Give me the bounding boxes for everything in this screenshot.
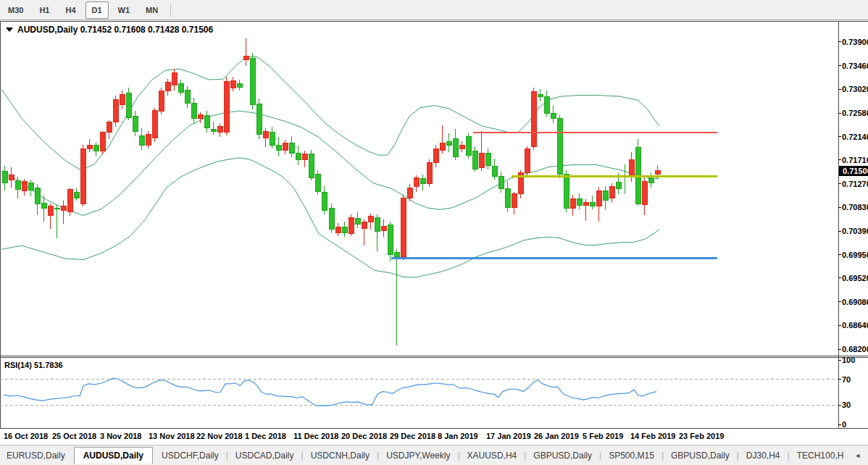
bear-candle[interactable] <box>93 145 99 151</box>
bear-candle[interactable] <box>551 113 556 118</box>
bull-candle[interactable] <box>152 110 157 138</box>
bull-candle[interactable] <box>381 226 386 230</box>
bear-candle[interactable] <box>498 176 504 188</box>
timeframe-button-mn[interactable]: MN <box>139 1 164 19</box>
bear-candle[interactable] <box>648 179 654 183</box>
chart-tab-usdjpy-weekly[interactable]: USDJPY,Weekly <box>380 448 456 464</box>
bull-candle[interactable] <box>531 91 536 146</box>
bear-candle[interactable] <box>355 219 360 224</box>
bull-candle[interactable] <box>440 143 445 151</box>
bear-candle[interactable] <box>342 227 347 232</box>
bear-candle[interactable] <box>139 135 144 145</box>
bull-candle[interactable] <box>230 81 235 88</box>
bear-candle[interactable] <box>388 225 393 254</box>
bull-candle[interactable] <box>120 95 125 104</box>
bull-candle[interactable] <box>165 83 170 91</box>
bull-candle[interactable] <box>302 154 307 160</box>
bull-candle[interactable] <box>100 133 105 151</box>
bear-candle[interactable] <box>492 166 497 176</box>
bear-candle[interactable] <box>256 104 262 134</box>
chart-tab-eurusd-daily[interactable]: EURUSD,Daily <box>0 448 72 464</box>
bear-candle[interactable] <box>15 181 20 189</box>
timeframe-button-w1[interactable]: W1 <box>112 1 137 19</box>
chart-tab-xauusd-h4[interactable]: XAUUSD,H4 <box>461 448 524 464</box>
bear-candle[interactable] <box>185 91 190 104</box>
bull-candle[interactable] <box>243 56 249 59</box>
bear-candle[interactable] <box>237 84 242 88</box>
bear-candle[interactable] <box>472 151 477 169</box>
bull-candle[interactable] <box>433 149 438 163</box>
price-chart[interactable]: 0.739000.734600.730200.725800.721400.717… <box>0 20 868 445</box>
bear-candle[interactable] <box>2 171 7 183</box>
bear-candle[interactable] <box>250 58 255 105</box>
bear-candle[interactable] <box>211 129 216 131</box>
bull-candle[interactable] <box>9 175 14 180</box>
timeframe-button-m30[interactable]: M30 <box>1 1 30 19</box>
bull-candle[interactable] <box>87 145 92 148</box>
bear-candle[interactable] <box>41 203 46 208</box>
bull-candle[interactable] <box>61 206 66 210</box>
bull-candle[interactable] <box>512 194 517 208</box>
bull-candle[interactable] <box>217 127 222 133</box>
bear-candle[interactable] <box>453 138 458 156</box>
chart-tab-tech100-h[interactable]: TECH100,H <box>790 448 851 464</box>
bull-candle[interactable] <box>525 148 530 173</box>
bull-candle[interactable] <box>80 148 85 204</box>
bear-candle[interactable] <box>204 116 209 128</box>
bull-candle[interactable] <box>362 222 367 228</box>
bull-candle[interactable] <box>224 81 229 133</box>
bear-candle[interactable] <box>557 119 562 175</box>
bull-candle[interactable] <box>107 122 112 133</box>
bear-candle[interactable] <box>538 94 543 97</box>
bear-candle[interactable] <box>74 193 79 198</box>
bull-candle[interactable] <box>263 131 268 138</box>
bear-candle[interactable] <box>178 83 183 92</box>
bull-candle[interactable] <box>596 190 601 206</box>
bull-candle[interactable] <box>283 143 288 151</box>
bear-candle[interactable] <box>191 104 196 119</box>
chart-tab-usdcad-daily[interactable]: USDCAD,Daily <box>229 448 301 464</box>
bull-candle[interactable] <box>583 203 588 206</box>
bull-candle[interactable] <box>146 134 151 146</box>
bull-candle[interactable] <box>172 72 177 85</box>
bear-candle[interactable] <box>35 188 40 204</box>
chart-tab-gbpusd-daily[interactable]: GBPUSD,Daily <box>527 448 598 464</box>
bull-candle[interactable] <box>349 217 354 233</box>
bear-candle[interactable] <box>315 174 320 192</box>
chart-tab-usdcnh-daily[interactable]: USDCNH,Daily <box>304 448 376 464</box>
chart-tab-dj30-h4[interactable]: DJ30,H4 <box>740 448 787 464</box>
timeframe-button-d1[interactable]: D1 <box>85 1 109 19</box>
bear-candle[interactable] <box>375 217 380 231</box>
bear-candle[interactable] <box>564 174 569 209</box>
bear-candle[interactable] <box>126 93 131 118</box>
bear-candle[interactable] <box>309 154 314 178</box>
bear-candle[interactable] <box>577 198 582 205</box>
bull-candle[interactable] <box>459 146 464 149</box>
bear-candle[interactable] <box>446 142 451 146</box>
bear-candle[interactable] <box>590 203 595 206</box>
bull-candle[interactable] <box>642 182 647 205</box>
bull-candle[interactable] <box>479 153 484 167</box>
bear-candle[interactable] <box>420 179 425 184</box>
bull-candle[interactable] <box>655 171 660 175</box>
bear-candle[interactable] <box>322 193 327 211</box>
chart-tab-audusd-daily[interactable]: AUDUSD,Daily <box>74 447 153 464</box>
bear-candle[interactable] <box>133 117 138 132</box>
chart-tab-sp500-m15[interactable]: SP500,M15 <box>602 448 661 464</box>
bull-candle[interactable] <box>407 188 412 198</box>
bull-candle[interactable] <box>198 114 203 118</box>
bear-candle[interactable] <box>394 252 399 257</box>
tab-scroll-arrows[interactable]: ◄ ► <box>850 452 868 459</box>
bull-candle[interactable] <box>414 177 419 186</box>
bear-candle[interactable] <box>289 143 294 154</box>
timeframe-button-h1[interactable]: H1 <box>33 1 56 19</box>
bull-candle[interactable] <box>570 198 575 208</box>
bull-candle[interactable] <box>159 91 164 112</box>
bear-candle[interactable] <box>544 97 549 113</box>
bear-candle[interactable] <box>276 146 281 151</box>
timeframe-button-h4[interactable]: H4 <box>59 1 82 19</box>
bear-candle[interactable] <box>270 133 275 145</box>
bull-candle[interactable] <box>401 198 406 256</box>
bull-candle[interactable] <box>427 163 432 184</box>
bear-candle[interactable] <box>505 188 510 207</box>
